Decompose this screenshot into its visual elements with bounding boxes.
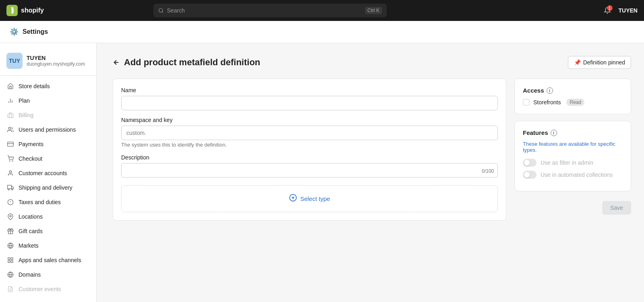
select-type-icon <box>289 194 297 204</box>
features-card: Features i These features are available … <box>514 121 631 191</box>
features-info-icon[interactable]: i <box>551 130 557 136</box>
svg-rect-5 <box>8 114 13 118</box>
svg-point-14 <box>8 189 9 190</box>
access-card: Access i Storefronts Read <box>514 79 631 114</box>
sidebar-item-plan[interactable]: Plan <box>0 93 96 108</box>
storefronts-label: Storefronts <box>533 99 561 105</box>
sidebar-item-customer-accounts[interactable]: Customer accounts <box>0 166 96 180</box>
sidebar-item-apps-sales-channels[interactable]: Apps and sales channels <box>0 253 96 267</box>
sidebar-item-label: Checkout <box>19 155 42 162</box>
textarea-wrapper: 0/100 <box>121 163 498 179</box>
svg-rect-26 <box>11 261 13 263</box>
back-button[interactable] <box>113 59 120 66</box>
sidebar-item-label: Gift cards <box>19 228 43 234</box>
svg-rect-25 <box>11 258 13 260</box>
save-button[interactable]: Save <box>602 201 631 215</box>
notification-badge: 1 <box>607 5 613 11</box>
sidebar-item-label: Billing <box>19 112 33 118</box>
form-sidebar: Access i Storefronts Read Features i <box>514 79 631 215</box>
char-count: 0/100 <box>482 168 494 174</box>
name-field-group: Name <box>121 87 498 110</box>
storefronts-checkbox[interactable] <box>523 99 529 105</box>
user-info: TUYEN duongtuyen.myshopify.com <box>27 55 85 67</box>
access-info-icon[interactable]: i <box>547 87 553 94</box>
sidebar-item-label: Shipping and delivery <box>19 184 72 191</box>
svg-point-11 <box>9 171 11 173</box>
settings-title: Settings <box>23 28 48 35</box>
plus-circle-icon <box>289 194 297 202</box>
sidebar-item-payments[interactable]: Payments <box>0 137 96 151</box>
svg-line-1 <box>162 12 163 13</box>
svg-point-6 <box>8 127 10 129</box>
user-label: TUYEN <box>619 7 638 14</box>
notification-button[interactable]: 1 <box>601 4 614 17</box>
main-form-card: Name Namespace and key The system uses t… <box>113 79 506 221</box>
svg-point-15 <box>12 189 13 190</box>
sidebar-user-name: TUYEN <box>27 55 85 61</box>
sidebar-item-label: Customer events <box>19 286 61 292</box>
features-description: These features are available for specifi… <box>523 141 623 153</box>
svg-point-10 <box>12 161 13 161</box>
page-header-left: Add product metafield definition <box>113 57 260 68</box>
description-label: Description <box>121 154 498 161</box>
sidebar-item-customer-events: Customer events <box>0 282 96 296</box>
svg-rect-7 <box>8 142 14 147</box>
customer-events-icon <box>6 285 14 293</box>
store-icon <box>6 82 14 90</box>
name-input[interactable] <box>121 96 498 110</box>
access-row: Storefronts Read <box>523 99 623 106</box>
sidebar-item-markets[interactable]: Markets <box>0 238 96 253</box>
sidebar-item-label: Customer accounts <box>19 170 67 176</box>
sidebar-item-shipping-delivery[interactable]: Shipping and delivery <box>0 180 96 195</box>
sidebar-item-store-details[interactable]: Store details <box>0 79 96 93</box>
select-type-button[interactable]: Select type <box>121 185 498 212</box>
access-title: Access i <box>523 87 623 94</box>
filter-label: Use as filter in admin <box>541 159 593 166</box>
svg-marker-13 <box>12 186 14 188</box>
checkout-icon <box>6 155 14 163</box>
sidebar-item-label: Apps and sales channels <box>19 257 81 263</box>
sidebar-item-billing: Billing <box>0 108 96 122</box>
namespace-input[interactable] <box>121 126 498 140</box>
sidebar: TUY TUYEN duongtuyen.myshopify.com Store… <box>0 43 97 302</box>
billing-icon <box>6 111 14 119</box>
sidebar-item-domains[interactable]: Domains <box>0 267 96 282</box>
search-bar[interactable]: Search Ctrl K <box>153 4 387 17</box>
page-title: Add product metafield definition <box>124 57 260 68</box>
description-textarea[interactable] <box>121 163 498 178</box>
svg-point-0 <box>159 8 163 12</box>
back-arrow-icon <box>113 59 120 66</box>
description-field-group: Description 0/100 <box>121 154 498 179</box>
svg-rect-27 <box>8 261 10 263</box>
select-type-label: Select type <box>300 195 330 202</box>
sidebar-nav: Store details Plan Billing Users and per… <box>0 79 96 296</box>
sidebar-item-checkout[interactable]: Checkout <box>0 151 96 166</box>
main-layout: TUY TUYEN duongtuyen.myshopify.com Store… <box>0 43 644 302</box>
sidebar-item-label: Users and permissions <box>19 126 76 133</box>
shopify-logo-icon <box>6 5 18 16</box>
sidebar-item-users-permissions[interactable]: Users and permissions <box>0 122 96 137</box>
settings-icon: ⚙️ <box>10 27 19 36</box>
svg-point-9 <box>9 161 10 161</box>
form-main: Name Namespace and key The system uses t… <box>113 79 506 227</box>
filter-toggle <box>523 159 537 167</box>
definition-pinned-button[interactable]: 📌 Definition pinned <box>568 56 631 69</box>
sidebar-item-taxes-duties[interactable]: Taxes and duties <box>0 195 96 209</box>
sidebar-item-locations[interactable]: Locations <box>0 209 96 224</box>
sidebar-user: TUY TUYEN duongtuyen.myshopify.com <box>0 50 96 76</box>
settings-header: ⚙️ Settings <box>0 21 644 43</box>
locations-icon <box>6 213 14 221</box>
sidebar-item-label: Store details <box>19 83 50 89</box>
sidebar-item-label: Domains <box>19 271 41 278</box>
pin-icon: 📌 <box>574 59 581 66</box>
sidebar-item-label: Markets <box>19 242 39 249</box>
search-placeholder: Search <box>167 7 185 14</box>
users-icon <box>6 126 14 134</box>
domains-icon <box>6 271 14 279</box>
page-header: Add product metafield definition 📌 Defin… <box>113 56 631 69</box>
markets-icon <box>6 242 14 250</box>
sidebar-item-gift-cards[interactable]: Gift cards <box>0 224 96 238</box>
collections-toggle <box>523 171 537 179</box>
sidebar-item-label: Plan <box>19 97 30 104</box>
sidebar-item-label: Locations <box>19 213 43 220</box>
